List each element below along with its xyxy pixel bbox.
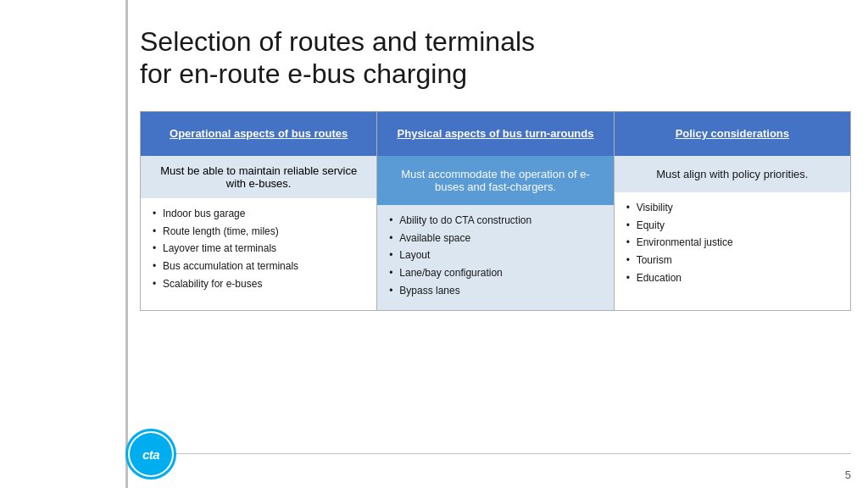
page-number: 5: [845, 469, 851, 481]
col-body-policy: Visibility Equity Environmental justice …: [615, 192, 850, 297]
cta-logo-text: cta: [130, 433, 172, 475]
bullet-item: Scalability for e-buses: [151, 277, 366, 291]
col-header-policy: Policy considerations: [615, 112, 850, 156]
col-header-physical: Physical aspects of bus turn-arounds: [377, 112, 613, 156]
main-table: Operational aspects of bus routes Must b…: [140, 111, 851, 311]
col-body-physical: Ability to do CTA construction Available…: [377, 205, 613, 310]
bullet-item: Route length (time, miles): [151, 225, 366, 239]
bullet-item: Bypass lanes: [387, 284, 603, 298]
bullet-item: Equity: [625, 219, 840, 233]
bullets-physical: Ability to do CTA construction Available…: [387, 214, 603, 298]
col-intro-policy: Must align with policy priorities.: [615, 156, 850, 192]
bullet-item: Visibility: [625, 201, 840, 215]
bullet-item: Available space: [387, 231, 603, 246]
column-physical: Physical aspects of bus turn-arounds Mus…: [376, 111, 614, 311]
col-header-operational: Operational aspects of bus routes: [141, 112, 376, 156]
cta-logo: cta: [125, 429, 176, 480]
column-policy: Policy considerations Must align with po…: [614, 111, 851, 311]
bottom-divider: [125, 453, 851, 454]
bullet-item: Tourism: [625, 253, 840, 268]
col-intro-operational: Must be able to maintain reliable servic…: [141, 156, 376, 198]
slide-title: Selection of routes and terminals for en…: [140, 25, 851, 91]
slide-content: Selection of routes and terminals for en…: [140, 25, 851, 454]
bullet-item: Layout: [387, 248, 603, 263]
left-bar: [125, 0, 128, 488]
bullet-item: Environmental justice: [625, 236, 840, 250]
bullet-item: Ability to do CTA construction: [387, 214, 603, 228]
bullet-item: Layover time at terminals: [151, 241, 366, 256]
bullet-item: Education: [625, 271, 840, 286]
col-body-operational: Indoor bus garage Route length (time, mi…: [141, 198, 376, 303]
bullet-item: Bus accumulation at terminals: [151, 259, 366, 274]
bullets-policy: Visibility Equity Environmental justice …: [625, 201, 840, 286]
bullet-item: Indoor bus garage: [151, 207, 366, 221]
bullet-item: Lane/bay configuration: [387, 266, 603, 280]
col-intro-physical: Must accommodate the operation of e-buse…: [377, 156, 613, 205]
bullets-operational: Indoor bus garage Route length (time, mi…: [151, 207, 366, 291]
column-operational: Operational aspects of bus routes Must b…: [140, 111, 377, 311]
